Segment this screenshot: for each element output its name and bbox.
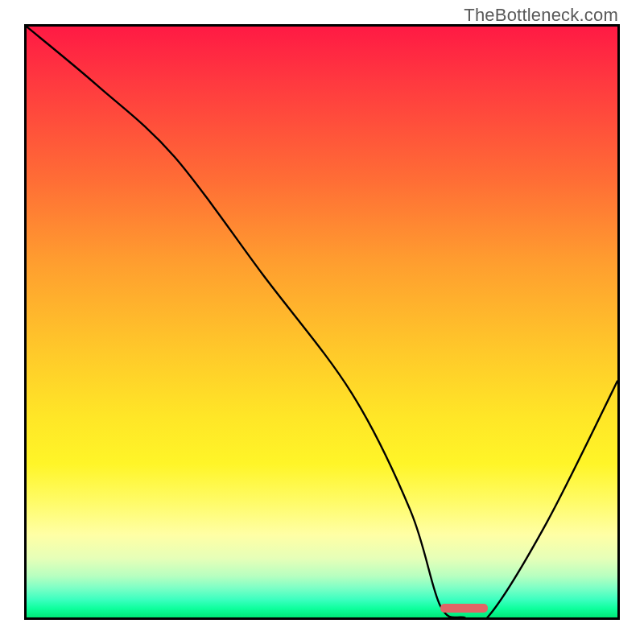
curve-path xyxy=(27,27,617,617)
optimal-range-marker xyxy=(440,604,488,613)
watermark-text: TheBottleneck.com xyxy=(464,5,618,26)
bottleneck-curve xyxy=(27,27,617,617)
chart-frame xyxy=(24,24,620,620)
